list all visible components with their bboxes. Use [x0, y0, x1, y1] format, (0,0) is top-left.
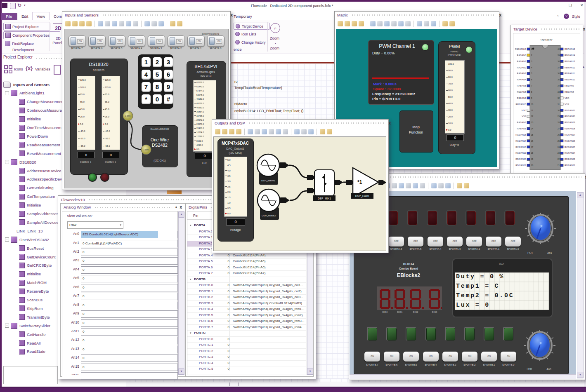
svg-text:RD6/AN30: RD6/AN30 — [565, 115, 575, 117]
svg-text:31: 31 — [558, 103, 560, 106]
svg-text:RB4/AN12: RB4/AN12 — [565, 66, 575, 69]
svg-text:RD4/AN28: RD4/AN28 — [565, 127, 575, 130]
svg-text:VDD: VDD — [565, 97, 569, 99]
svg-text:17: 17 — [531, 146, 534, 148]
svg-text:40: 40 — [558, 48, 560, 50]
svg-text:RC4/AN24: RC4/AN24 — [565, 152, 575, 154]
svg-text:6: 6 — [531, 79, 532, 81]
svg-text:RB1/AN9: RB1/AN9 — [565, 85, 574, 87]
svg-text:RE0/AN8: RE0/AN8 — [517, 91, 526, 93]
svg-text:VSS: VSS — [565, 103, 569, 106]
svg-text:28: 28 — [558, 122, 560, 124]
svg-text:16F18877: 16F18877 — [540, 39, 553, 42]
svg-text:RD2/AN22: RD2/AN22 — [565, 164, 575, 167]
svg-text:RD7/AN31: RD7/AN31 — [565, 109, 575, 112]
svg-text:RD5/AN29: RD5/AN29 — [565, 121, 575, 124]
svg-text:4: 4 — [531, 67, 532, 69]
svg-text:RC7/AN27: RC7/AN27 — [565, 134, 575, 136]
svg-text:RC1/AN17: RC1/AN17 — [515, 140, 526, 142]
svg-text:RA1/AN1: RA1/AN1 — [517, 60, 526, 63]
svg-text:DSP_Gain1: DSP_Gain1 — [355, 195, 370, 198]
svg-text:12: 12 — [531, 115, 534, 117]
svg-text:5: 5 — [531, 73, 532, 75]
svg-text:16: 16 — [531, 140, 534, 142]
svg-text:RD0/AN20: RD0/AN20 — [515, 158, 526, 160]
svg-text:24: 24 — [558, 146, 560, 148]
svg-text:22: 22 — [558, 158, 560, 160]
svg-text:RC0/AN16: RC0/AN16 — [515, 134, 526, 136]
svg-text:RB0/AN8: RB0/AN8 — [565, 91, 574, 93]
svg-text:1-Wire: 1-Wire — [125, 115, 131, 117]
svg-text:8: 8 — [531, 91, 532, 93]
svg-text:33: 33 — [558, 91, 560, 93]
svg-text:21: 21 — [558, 164, 560, 167]
svg-text:26: 26 — [558, 134, 560, 136]
svg-text:RA0/AN0: RA0/AN0 — [517, 54, 526, 56]
svg-text:15: 15 — [531, 134, 534, 136]
svg-text:32: 32 — [558, 97, 560, 99]
svg-text:38: 38 — [558, 61, 560, 63]
svg-text:RE1/AN9: RE1/AN9 — [517, 97, 526, 99]
svg-text:RC5/AN25: RC5/AN25 — [565, 146, 575, 148]
svg-text:13: 13 — [531, 122, 534, 124]
svg-text:RC6/AN26: RC6/AN26 — [565, 140, 575, 142]
svg-text:10: 10 — [531, 103, 534, 106]
svg-text:RA4/AN4: RA4/AN4 — [517, 78, 526, 81]
svg-text:*1: *1 — [357, 179, 362, 185]
svg-text:9: 9 — [531, 97, 532, 99]
svg-text:RD1/AN21: RD1/AN21 — [515, 164, 526, 167]
svg-text:18: 18 — [531, 152, 534, 154]
svg-text:11: 11 — [531, 110, 533, 112]
svg-text:7: 7 — [531, 85, 532, 87]
svg-text:23: 23 — [558, 152, 560, 154]
svg-text:36: 36 — [558, 73, 560, 75]
svg-text:RE3/MCLR: RE3/MCLR — [515, 48, 526, 50]
svg-text:RB6/AN14: RB6/AN14 — [565, 54, 575, 56]
svg-text:37: 37 — [558, 67, 560, 69]
svg-text:RA5/AN5: RA5/AN5 — [517, 85, 526, 87]
svg-text:RA7/AN7: RA7/AN7 — [517, 121, 526, 124]
svg-text:34: 34 — [558, 85, 560, 87]
svg-text:1: 1 — [531, 48, 532, 50]
svg-text:20: 20 — [531, 164, 534, 167]
svg-text:RC2/AN18: RC2/AN18 — [515, 146, 526, 148]
svg-text:39: 39 — [558, 54, 560, 56]
svg-text:RA3/AN3: RA3/AN3 — [517, 72, 526, 75]
svg-text:RB2/AN10: RB2/AN10 — [565, 78, 575, 81]
svg-text:25: 25 — [558, 140, 560, 142]
svg-text:DSP_Wave1: DSP_Wave1 — [261, 179, 276, 182]
svg-text:19: 19 — [531, 158, 534, 160]
svg-text:RE2/AN10: RE2/AN10 — [516, 103, 526, 106]
svg-text:RB5/AN13: RB5/AN13 — [565, 60, 575, 63]
svg-text:RD3/AN23: RD3/AN23 — [565, 158, 575, 160]
svg-text:30: 30 — [558, 110, 560, 112]
svg-text:RC3/AN19: RC3/AN19 — [515, 152, 526, 154]
svg-text:1-Wire: 1-Wire — [143, 149, 149, 151]
svg-text:29: 29 — [558, 115, 560, 117]
svg-text:VDD: VDD — [522, 109, 526, 112]
svg-text:2: 2 — [531, 54, 532, 56]
svg-text:VSS: VSS — [522, 115, 526, 117]
svg-text:RA6/AN6: RA6/AN6 — [517, 127, 526, 130]
svg-text:RA2/AN2: RA2/AN2 — [517, 66, 526, 69]
svg-text:27: 27 — [558, 128, 560, 130]
svg-text:3: 3 — [531, 61, 532, 63]
svg-text:DSP_Wave2: DSP_Wave2 — [262, 214, 276, 217]
svg-text:14: 14 — [531, 128, 534, 130]
svg-text:RB7/AN13: RB7/AN13 — [565, 48, 575, 50]
svg-text:DSP_MIX1: DSP_MIX1 — [318, 197, 331, 200]
svg-text:RB3/AN11: RB3/AN11 — [565, 72, 575, 75]
svg-text:35: 35 — [558, 79, 560, 81]
